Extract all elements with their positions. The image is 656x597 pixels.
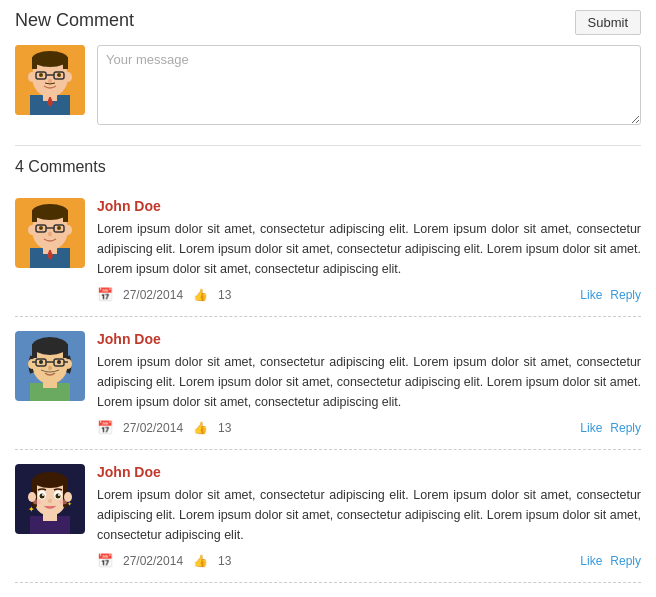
message-textarea[interactable]	[97, 45, 641, 125]
svg-point-13	[39, 73, 43, 77]
comment-date-2: 27/02/2014	[123, 421, 183, 435]
thumbs-up-icon-2: 👍	[193, 421, 208, 435]
svg-rect-38	[63, 344, 68, 358]
comment-actions-1: Like Reply	[580, 288, 641, 302]
avatar-svg-1	[15, 45, 85, 115]
comment-item-3: ✦ ✦	[15, 450, 641, 583]
svg-point-68	[59, 500, 67, 505]
comment-meta-3: 📅 27/02/2014 👍 13 Like Reply	[97, 553, 641, 568]
svg-point-31	[48, 232, 52, 237]
reply-button-1[interactable]: Reply	[610, 288, 641, 302]
svg-point-66	[48, 499, 52, 503]
svg-point-21	[32, 204, 68, 220]
new-comment-title: New Comment	[15, 10, 134, 31]
comment-text-1: Lorem ipsum dolor sit amet, consectetur …	[97, 219, 641, 279]
svg-point-63	[56, 494, 61, 499]
svg-rect-37	[32, 344, 37, 358]
svg-point-46	[39, 360, 43, 364]
svg-point-47	[57, 360, 61, 364]
comment-content-3: John Doe Lorem ipsum dolor sit amet, con…	[97, 464, 641, 568]
comment-text-3: Lorem ipsum dolor sit amet, consectetur …	[97, 485, 641, 545]
comment-author-1: John Doe	[97, 198, 641, 214]
thumbs-up-icon-1: 👍	[193, 288, 208, 302]
new-comment-header: New Comment Submit	[15, 10, 641, 35]
svg-point-39	[28, 359, 36, 369]
comment-meta-2: 📅 27/02/2014 👍 13 Like Reply	[97, 420, 641, 435]
like-button-2[interactable]: Like	[580, 421, 602, 435]
comment-meta-left-2: 📅 27/02/2014 👍 13	[97, 420, 231, 435]
avatar-svg-comment-2	[15, 331, 85, 401]
comment-author-3: John Doe	[97, 464, 641, 480]
thumbs-up-icon-3: 👍	[193, 554, 208, 568]
comment-item-2: John Doe Lorem ipsum dolor sit amet, con…	[15, 317, 641, 450]
svg-rect-7	[63, 57, 68, 69]
comment-avatar-1	[15, 198, 85, 268]
svg-point-64	[42, 494, 44, 496]
svg-text:✦: ✦	[28, 505, 35, 514]
submit-button[interactable]: Submit	[575, 10, 641, 35]
svg-point-9	[64, 72, 72, 82]
comments-section: 4 Comments	[15, 145, 641, 583]
new-comment-body	[15, 45, 641, 125]
svg-point-40	[64, 359, 72, 369]
comment-content-1: John Doe Lorem ipsum dolor sit amet, con…	[97, 198, 641, 302]
like-button-1[interactable]: Like	[580, 288, 602, 302]
comment-avatar-2	[15, 331, 85, 401]
comment-item-1: John Doe Lorem ipsum dolor sit amet, con…	[15, 184, 641, 317]
new-comment-section: New Comment Submit	[15, 10, 641, 125]
comment-date-3: 27/02/2014	[123, 554, 183, 568]
calendar-icon-2: 📅	[97, 420, 113, 435]
svg-point-25	[64, 225, 72, 235]
comment-content-2: John Doe Lorem ipsum dolor sit amet, con…	[97, 331, 641, 435]
reply-button-3[interactable]: Reply	[610, 554, 641, 568]
svg-point-53	[33, 472, 67, 488]
svg-point-62	[40, 494, 45, 499]
current-user-avatar	[15, 45, 85, 115]
comment-meta-1: 📅 27/02/2014 👍 13 Like Reply	[97, 287, 641, 302]
like-button-3[interactable]: Like	[580, 554, 602, 568]
svg-point-5	[32, 51, 68, 67]
svg-point-29	[39, 226, 43, 230]
comment-meta-left-1: 📅 27/02/2014 👍 13	[97, 287, 231, 302]
svg-point-30	[57, 226, 61, 230]
svg-point-65	[58, 494, 60, 496]
comment-date-1: 27/02/2014	[123, 288, 183, 302]
svg-point-36	[32, 337, 68, 355]
comment-avatar-3: ✦ ✦	[15, 464, 85, 534]
comment-actions-2: Like Reply	[580, 421, 641, 435]
like-count-3: 13	[218, 554, 231, 568]
svg-rect-22	[32, 210, 37, 222]
svg-point-14	[57, 73, 61, 77]
like-count-2: 13	[218, 421, 231, 435]
svg-point-8	[28, 72, 36, 82]
avatar-svg-comment-3: ✦ ✦	[15, 464, 85, 534]
reply-button-2[interactable]: Reply	[610, 421, 641, 435]
avatar-svg-comment-1	[15, 198, 85, 268]
svg-rect-6	[32, 57, 37, 69]
svg-point-24	[28, 225, 36, 235]
comment-text-2: Lorem ipsum dolor sit amet, consectetur …	[97, 352, 641, 412]
calendar-icon-1: 📅	[97, 287, 113, 302]
comment-author-2: John Doe	[97, 331, 641, 347]
svg-point-67	[33, 500, 41, 505]
calendar-icon-3: 📅	[97, 553, 113, 568]
svg-point-48	[48, 366, 52, 371]
comment-actions-3: Like Reply	[580, 554, 641, 568]
comment-meta-left-3: 📅 27/02/2014 👍 13	[97, 553, 231, 568]
like-count-1: 13	[218, 288, 231, 302]
comments-header: 4 Comments	[15, 145, 641, 184]
svg-rect-23	[63, 210, 68, 222]
svg-point-15	[48, 79, 52, 84]
